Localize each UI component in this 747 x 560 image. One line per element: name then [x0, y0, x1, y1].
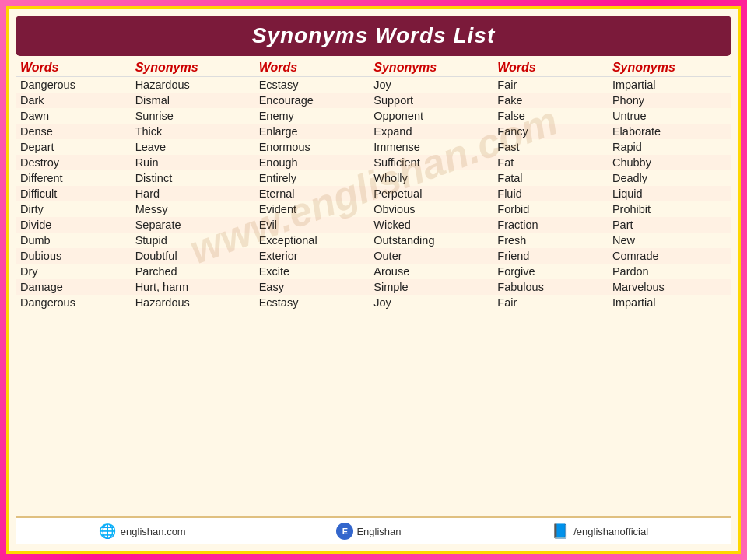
website-label: englishan.com	[121, 526, 186, 537]
table-row: DifficultHardEternalPerpetualFluidLiquid	[16, 186, 731, 201]
table-header-row: Words Synonyms Words Synonyms Words Syno…	[16, 59, 731, 77]
inner-container: Synonyms Words List www.englishan.com Wo…	[6, 6, 741, 554]
syn3-cell: Chubby	[608, 155, 731, 170]
table-row: DumbStupidExceptionalOutstandingFreshNew	[16, 233, 731, 248]
word1-cell: Dirty	[16, 201, 131, 217]
title-bar: Synonyms Words List	[16, 16, 731, 56]
syn3-cell: Comrade	[608, 248, 731, 264]
table-row: DamageHurt, harmEasySimpleFabulousMarvel…	[16, 279, 731, 295]
syn2-cell: Obvious	[369, 201, 493, 217]
syn1-cell: Hard	[131, 186, 254, 201]
syn2-cell: Wholly	[369, 170, 493, 186]
word3-cell: Forbid	[493, 201, 608, 217]
word3-cell: Fraction	[493, 217, 608, 233]
word2-cell: Excite	[254, 264, 370, 279]
syn2-cell: Simple	[369, 279, 493, 295]
table-wrapper: www.englishan.com Words Synonyms Words S…	[16, 59, 731, 310]
syn3-cell: Liquid	[608, 186, 731, 201]
word2-cell: Exterior	[254, 248, 370, 264]
word3-cell: Fatal	[493, 170, 608, 186]
footer-facebook: 📘 /englishanofficial	[552, 523, 648, 540]
syn1-cell: Distinct	[131, 170, 254, 186]
table-row: DangerousHazardousEcstasyJoyFairImpartia…	[16, 295, 731, 310]
header-synonyms-1: Synonyms	[131, 59, 254, 77]
brand-label: Englishan	[356, 526, 401, 537]
syn1-cell: Hurt, harm	[131, 279, 254, 295]
syn1-cell: Doubtful	[131, 248, 254, 264]
header-words-3: Words	[493, 59, 608, 77]
word1-cell: Divide	[16, 217, 131, 233]
syn1-cell: Parched	[131, 264, 254, 279]
footer-brand: E Englishan	[336, 523, 401, 540]
syn3-cell: Pardon	[608, 264, 731, 279]
word2-cell: Ecstasy	[254, 77, 370, 93]
footer: 🌐 englishan.com E Englishan 📘 /englishan…	[16, 516, 731, 544]
word2-cell: Evident	[254, 201, 370, 217]
syn3-cell: Elaborate	[608, 124, 731, 139]
word1-cell: Difficult	[16, 186, 131, 201]
word1-cell: Dumb	[16, 233, 131, 248]
englishan-logo: E	[336, 523, 353, 540]
syn1-cell: Stupid	[131, 233, 254, 248]
table-row: DenseThickEnlargeExpandFancyElaborate	[16, 124, 731, 139]
syn3-cell: Untrue	[608, 108, 731, 124]
word3-cell: Fake	[493, 93, 608, 108]
syn2-cell: Perpetual	[369, 186, 493, 201]
syn2-cell: Arouse	[369, 264, 493, 279]
word1-cell: Damage	[16, 279, 131, 295]
word3-cell: Fat	[493, 155, 608, 170]
word3-cell: Fluid	[493, 186, 608, 201]
word2-cell: Entirely	[254, 170, 370, 186]
header-words-1: Words	[16, 59, 131, 77]
header-synonyms-2: Synonyms	[369, 59, 493, 77]
syn3-cell: Phony	[608, 93, 731, 108]
word1-cell: Dense	[16, 124, 131, 139]
word3-cell: False	[493, 108, 608, 124]
word2-cell: Eternal	[254, 186, 370, 201]
syn3-cell: Impartial	[608, 295, 731, 310]
word2-cell: Enlarge	[254, 124, 370, 139]
syn1-cell: Separate	[131, 217, 254, 233]
syn1-cell: Leave	[131, 139, 254, 155]
word3-cell: Friend	[493, 248, 608, 264]
word1-cell: Dangerous	[16, 77, 131, 93]
word2-cell: Easy	[254, 279, 370, 295]
syn3-cell: Marvelous	[608, 279, 731, 295]
word3-cell: Fast	[493, 139, 608, 155]
syn2-cell: Support	[369, 93, 493, 108]
word1-cell: Depart	[16, 139, 131, 155]
syn3-cell: Impartial	[608, 77, 731, 93]
globe-icon: 🌐	[99, 523, 116, 540]
word3-cell: Fabulous	[493, 279, 608, 295]
header-synonyms-3: Synonyms	[608, 59, 731, 77]
word2-cell: Evil	[254, 217, 370, 233]
syn3-cell: New	[608, 233, 731, 248]
table-row: DarkDismalEncourageSupportFakePhony	[16, 93, 731, 108]
facebook-icon: 📘	[552, 523, 569, 540]
table-row: DivideSeparateEvilWickedFractionPart	[16, 217, 731, 233]
syn3-cell: Prohibit	[608, 201, 731, 217]
word1-cell: Dawn	[16, 108, 131, 124]
word2-cell: Ecstasy	[254, 295, 370, 310]
syn1-cell: Ruin	[131, 155, 254, 170]
syn3-cell: Part	[608, 217, 731, 233]
syn1-cell: Hazardous	[131, 295, 254, 310]
word1-cell: Dry	[16, 264, 131, 279]
syn3-cell: Deadly	[608, 170, 731, 186]
header-words-2: Words	[254, 59, 370, 77]
word3-cell: Fair	[493, 295, 608, 310]
word1-cell: Dark	[16, 93, 131, 108]
syn1-cell: Messy	[131, 201, 254, 217]
syn2-cell: Outstanding	[369, 233, 493, 248]
word1-cell: Dubious	[16, 248, 131, 264]
table-row: DubiousDoubtfulExteriorOuterFriendComrad…	[16, 248, 731, 264]
table-row: DifferentDistinctEntirelyWhollyFatalDead…	[16, 170, 731, 186]
word2-cell: Enough	[254, 155, 370, 170]
word2-cell: Exceptional	[254, 233, 370, 248]
syn2-cell: Expand	[369, 124, 493, 139]
syn2-cell: Opponent	[369, 108, 493, 124]
syn1-cell: Thick	[131, 124, 254, 139]
syn2-cell: Joy	[369, 77, 493, 93]
table-row: DepartLeaveEnormousImmenseFastRapid	[16, 139, 731, 155]
word1-cell: Destroy	[16, 155, 131, 170]
